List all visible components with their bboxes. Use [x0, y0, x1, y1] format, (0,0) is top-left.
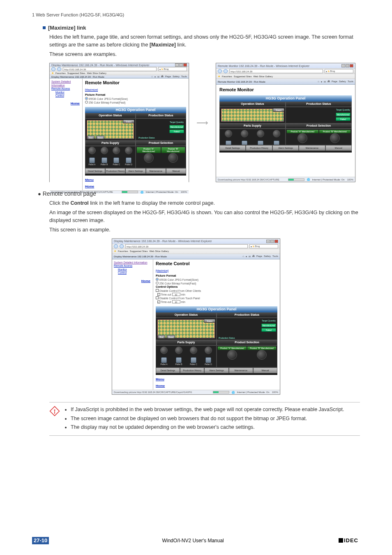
home-icon[interactable]: ⌂	[151, 75, 153, 78]
print-icon[interactable]: 🖶	[161, 75, 164, 78]
failed-button[interactable]: Failed	[169, 130, 184, 133]
address-input[interactable]: http://192.168.24.39	[125, 244, 248, 248]
pallet-d-icon[interactable]	[126, 157, 131, 163]
chk-disable-touch[interactable]	[156, 296, 159, 299]
tool-safety[interactable]: Safety	[173, 75, 180, 78]
timeout-input-1[interactable]: 60	[172, 293, 180, 296]
timeout-input-2[interactable]: 60	[172, 300, 180, 303]
nav-fwd-icon[interactable]	[57, 67, 61, 71]
lf-link-sysinfo[interactable]: System Detailed Information	[51, 80, 81, 87]
address-input[interactable]: http://192.168.24.39	[63, 67, 157, 71]
lf-link-monitor[interactable]: Monitor	[55, 91, 81, 94]
tab-maintenance[interactable]: Maintenance	[229, 368, 253, 373]
product-a-dial[interactable]	[144, 153, 154, 163]
max-icon[interactable]: □	[346, 64, 349, 67]
tab-manual[interactable]: Manual	[166, 168, 186, 174]
run-button[interactable]: Run	[87, 136, 95, 139]
pallet-c-icon[interactable]	[113, 157, 119, 163]
parts-lamp-a	[88, 147, 96, 154]
control-options-label: Control Options	[156, 285, 178, 288]
chk-disable-touch-label: Disable Control From Touch Panel	[159, 297, 200, 300]
maximize-link[interactable]: [Maximize]	[85, 88, 98, 91]
bullet-square	[43, 26, 46, 29]
pallet-a-icon[interactable]	[89, 157, 95, 163]
home-link[interactable]: Home	[156, 384, 277, 388]
min-icon[interactable]: –	[341, 64, 345, 67]
tool-tools[interactable]: Tools	[181, 75, 187, 78]
lf-link-remote[interactable]: Remote Access	[51, 87, 81, 90]
radio-bmp[interactable]	[156, 282, 159, 284]
reset-button[interactable]: Reset	[96, 136, 104, 139]
home-icon[interactable]: ⌂	[242, 255, 244, 258]
menu-link[interactable]: Menu	[85, 178, 186, 182]
radio-jpeg[interactable]	[85, 97, 88, 100]
nav-fwd-icon[interactable]	[224, 69, 228, 73]
fav-label[interactable]: Favorites	[55, 72, 66, 74]
tab-detail[interactable]: Detail Settings	[156, 368, 180, 373]
home-icon[interactable]: ⌂	[318, 80, 319, 83]
remote-para-3: This screen is an example.	[49, 226, 360, 234]
star-icon[interactable]: ★	[114, 250, 116, 253]
menu-link[interactable]: Menu	[156, 377, 277, 382]
close-icon[interactable]: ×	[350, 64, 353, 67]
min-icon[interactable]: –	[266, 240, 270, 243]
star-icon[interactable]: ★	[218, 75, 220, 78]
product-b-dial[interactable]	[168, 153, 178, 163]
chk-timeout-1[interactable]: ✓	[157, 293, 160, 296]
tab-maintenance[interactable]: Maintenance	[146, 168, 166, 174]
fav-slice[interactable]: Web Slice Gallery	[87, 72, 106, 74]
address-input[interactable]: http://192.168.24.39	[229, 69, 323, 73]
lf-link-remote[interactable]: Remote Access	[114, 264, 151, 268]
fav-suggested[interactable]: Suggested Sites	[67, 72, 85, 74]
tab-label[interactable]: Remote Monitor 192.168.24.39 - Run Mode	[218, 81, 265, 83]
pallet-b-icon[interactable]	[101, 157, 107, 163]
nav-back-icon[interactable]	[218, 69, 222, 73]
nav-back-icon[interactable]	[114, 244, 118, 248]
zoom-label[interactable]: 100%	[181, 191, 187, 193]
radio-bmp[interactable]	[85, 101, 88, 104]
tab-production[interactable]: Production History	[105, 168, 125, 174]
lf-link-monitor[interactable]: Monitor	[118, 268, 151, 271]
chk-disable-other[interactable]	[156, 289, 159, 292]
lf-link-home[interactable]: Home	[114, 279, 150, 283]
star-icon[interactable]: ★	[51, 72, 54, 75]
lf-link-home[interactable]: Home	[51, 102, 80, 106]
maximize-title-text: [Maximize] link	[48, 25, 86, 31]
status-button[interactable]: Status	[204, 319, 215, 323]
tab-production[interactable]: Production History	[180, 368, 204, 373]
product-b-dial[interactable]	[257, 350, 267, 360]
chk-timeout-2[interactable]: ✓	[157, 301, 160, 303]
max-icon[interactable]: □	[179, 63, 183, 67]
maximize-link[interactable]: [Maximize]	[156, 269, 168, 272]
max-icon[interactable]: □	[270, 240, 274, 243]
lf-link-control[interactable]: Control	[55, 94, 81, 97]
tab-detail[interactable]: Detail Settings	[85, 168, 105, 174]
feed-icon[interactable]: ▾	[154, 75, 156, 78]
close-icon[interactable]: ×	[183, 63, 187, 67]
nav-fwd-icon[interactable]	[120, 244, 124, 248]
nav-back-icon[interactable]	[51, 67, 55, 71]
reset-button[interactable]: Reset	[167, 335, 175, 339]
mail-icon[interactable]: ✉	[157, 75, 159, 78]
run-button[interactable]: Run	[158, 335, 165, 339]
radio-jpeg[interactable]	[156, 278, 159, 281]
search-box[interactable]: ▾b Bing	[158, 67, 187, 71]
tab-label[interactable]: Display Maintenance 192.168.24.39 - Run …	[114, 255, 167, 258]
lf-link-sysinfo[interactable]: System Detailed Information	[114, 261, 151, 264]
tab-label[interactable]: Display Maintenance 192.168.24.39 - Run …	[51, 76, 104, 78]
rf-title-control: Remote Control	[156, 261, 277, 267]
lf-link-control[interactable]: Control	[118, 271, 151, 275]
tab-manual[interactable]: Manual	[253, 368, 277, 373]
status-button[interactable]: Status	[123, 120, 134, 123]
manufactured-button[interactable]: Manufactured	[169, 125, 184, 129]
search-box[interactable]: ▾b Bing	[249, 244, 278, 248]
close-icon[interactable]: ×	[274, 240, 278, 243]
tab-alarm[interactable]: Alarm Settings	[125, 168, 145, 174]
tab-alarm[interactable]: Alarm Settings	[204, 368, 228, 373]
tool-page[interactable]: Page	[165, 75, 171, 78]
home-link[interactable]: Home	[85, 185, 186, 189]
search-box[interactable]: ▾b Bing	[325, 69, 353, 73]
hg3g-panel-control[interactable]: HG3G Operation Panel Operation Status St…	[156, 306, 277, 375]
product-a-dial[interactable]	[227, 350, 237, 360]
min-icon[interactable]: –	[175, 63, 179, 67]
